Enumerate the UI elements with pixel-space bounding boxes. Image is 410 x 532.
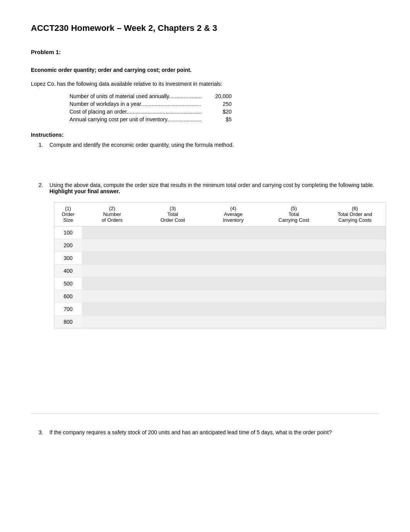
instruction-3-num: 3.	[39, 429, 46, 435]
table-cell	[82, 290, 142, 303]
instruction-1: 1. Compute and identify the economic ord…	[31, 142, 379, 148]
instruction-2-text-before: Using the above data, compute the order …	[49, 182, 374, 188]
table-cell: 400	[54, 265, 82, 277]
table-cell	[324, 265, 386, 277]
table-cell	[203, 239, 264, 252]
table-cell	[324, 316, 386, 328]
instruction-1-text: Compute and identify the economic order …	[49, 142, 379, 148]
data-label-4: Annual carrying cost per unit of invento…	[69, 116, 208, 122]
spacer-2	[31, 336, 379, 367]
instruction-3: 3. If the company requires a safety stoc…	[31, 429, 379, 435]
data-table: Number of units of material used annuall…	[69, 93, 379, 122]
table-cell	[324, 290, 386, 303]
data-row: Annual carrying cost per unit of invento…	[69, 116, 232, 122]
table-cell	[324, 239, 386, 252]
table-cell	[82, 277, 142, 290]
table-cell: 700	[54, 303, 82, 316]
table-cell	[142, 265, 203, 277]
instruction-2: 2. Using the above data, compute the ord…	[31, 182, 379, 194]
order-table-container: (1) Order Size (2) Number of Orders (3) …	[54, 202, 386, 328]
table-cell	[264, 316, 324, 328]
table-cell	[142, 226, 203, 239]
divider	[31, 413, 379, 414]
instruction-3-text: If the company requires a safety stock o…	[49, 429, 332, 435]
table-cell	[82, 303, 142, 316]
table-cell	[82, 226, 142, 239]
problem-label: Problem 1:	[31, 49, 379, 55]
table-cell	[82, 252, 142, 265]
table-cell	[142, 239, 203, 252]
data-value-4: $5	[208, 116, 232, 122]
table-cell	[142, 277, 203, 290]
page-title: ACCT230 Homework – Week 2, Chapters 2 & …	[31, 23, 379, 33]
table-cell	[264, 239, 324, 252]
data-value-3: $20	[208, 109, 232, 115]
data-row: Cost of placing an order................…	[69, 109, 232, 115]
data-row: Number of units of material used annuall…	[69, 93, 232, 99]
instruction-1-num: 1.	[39, 142, 46, 148]
col-header-2: (2) Number of Orders	[82, 202, 142, 226]
table-cell	[203, 226, 264, 239]
instruction-2-text-bold: Highlight your final answer.	[49, 188, 120, 194]
table-cell	[203, 265, 264, 277]
table-cell	[324, 277, 386, 290]
table-cell	[324, 252, 386, 265]
table-cell	[142, 252, 203, 265]
table-cell	[264, 226, 324, 239]
col-header-5: (5) Total Carrying Cost	[264, 202, 324, 226]
spacer-3	[31, 367, 379, 398]
table-cell	[82, 239, 142, 252]
table-cell	[324, 303, 386, 316]
data-label-3: Cost of placing an order................…	[69, 109, 208, 115]
table-cell	[142, 303, 203, 316]
table-cell: 800	[54, 316, 82, 328]
col-header-3: (3) Total Order Cost	[142, 202, 203, 226]
table-cell	[264, 265, 324, 277]
col-header-6: (6) Total Order and Carrying Costs	[324, 202, 386, 226]
table-cell	[82, 265, 142, 277]
table-cell: 500	[54, 277, 82, 290]
table-cell	[203, 277, 264, 290]
order-table: (1) Order Size (2) Number of Orders (3) …	[54, 202, 386, 328]
data-label-1: Number of units of material used annuall…	[69, 93, 208, 99]
col-header-4: (4) Average Inventory	[203, 202, 264, 226]
data-value-1: 20,000	[208, 93, 232, 99]
description: Lopez Co. has the following data availab…	[31, 81, 379, 87]
data-row: Number of workdays in a year............…	[69, 101, 232, 107]
table-cell: 100	[54, 226, 82, 239]
table-cell: 200	[54, 239, 82, 252]
table-cell	[324, 226, 386, 239]
data-value-2: 250	[208, 101, 232, 107]
table-cell	[203, 290, 264, 303]
table-cell	[203, 303, 264, 316]
table-cell	[264, 303, 324, 316]
table-cell	[82, 316, 142, 328]
table-cell	[203, 252, 264, 265]
table-cell	[264, 277, 324, 290]
table-cell	[142, 290, 203, 303]
instruction-2-text: Using the above data, compute the order …	[49, 182, 379, 194]
col-header-1: (1) Order Size	[54, 202, 82, 226]
table-cell: 600	[54, 290, 82, 303]
table-cell	[142, 316, 203, 328]
table-cell: 300	[54, 252, 82, 265]
spacer-1	[31, 151, 379, 182]
table-cell	[203, 316, 264, 328]
instruction-2-num: 2.	[39, 182, 46, 194]
instruction-3-item: 3. If the company requires a safety stoc…	[39, 429, 379, 435]
table-cell	[264, 290, 324, 303]
table-cell	[264, 252, 324, 265]
instructions-label: Instructions:	[31, 132, 379, 138]
section-title: Economic order quantity; order and carry…	[31, 67, 379, 73]
data-label-2: Number of workdays in a year............…	[69, 101, 208, 107]
